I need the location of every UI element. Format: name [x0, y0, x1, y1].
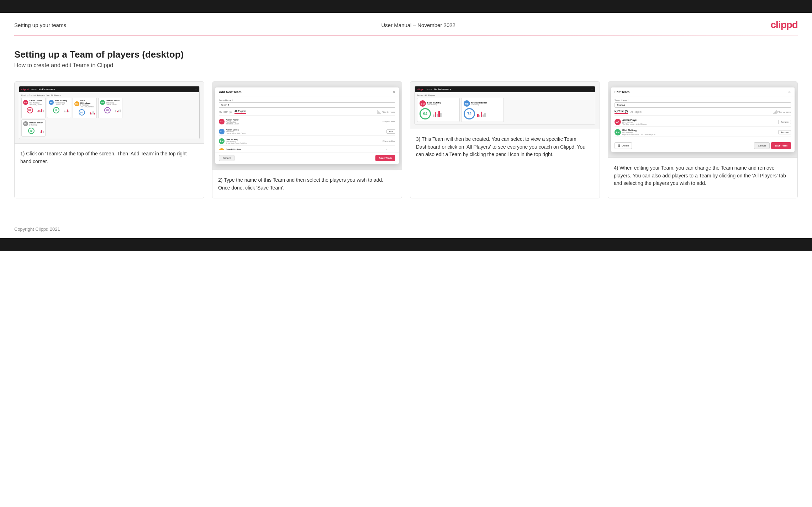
- player-av-2: AC: [219, 129, 225, 134]
- tab-my-team[interactable]: My Team (2): [219, 111, 232, 113]
- remove-player-btn-1[interactable]: Remove: [778, 120, 791, 124]
- mock-av-1: AP: [23, 100, 28, 105]
- mock-tav-1: BM: [420, 100, 426, 107]
- add-player-btn-4[interactable]: Add: [386, 149, 395, 150]
- mock-player-card-3: DB Dave Billingham 5 Handicap The Shire,…: [73, 98, 97, 118]
- edit-player-av-1: AP: [615, 119, 621, 125]
- mock-av-3: DB: [74, 101, 79, 106]
- copyright-text: Copyright Clippd 2021: [14, 226, 60, 232]
- card-4: Edit Team ✕ Team Name * Team A My Team (…: [608, 81, 798, 198]
- mock-tbars-1: [433, 111, 442, 117]
- card-4-screenshot: Edit Team ✕ Team Name * Team A My Team (…: [608, 82, 797, 158]
- edit-cancel-button[interactable]: Cancel: [754, 142, 770, 149]
- edit-player-info-1: AP Adrian Player Plus Handicap The Shire…: [615, 119, 647, 125]
- mock-tph-2: RB Richard Butler 2 Handicap: [464, 100, 501, 107]
- card-3-text: 3) This Team will then be created. You c…: [410, 129, 600, 198]
- edit-player-row-2: BM Blair McHarg Plus Handicap Royal Nort…: [615, 128, 791, 137]
- mock-tscore-1: 94: [420, 108, 431, 119]
- mock-nav-3: clippd Home My Performance ⋯: [415, 86, 595, 92]
- dialog-footer: Cancel Save Team: [215, 153, 399, 164]
- filter-label: ☐ Filter by name: [377, 110, 395, 114]
- player-list: AP Adrian Player Plus Handicap The Shire…: [219, 118, 395, 150]
- mock-team-dashboard: clippd Home My Performance ⋯ Teams · All…: [415, 86, 595, 124]
- dialog-tabs: My Team (2) All Players ☐ Filter by name: [219, 110, 395, 116]
- mock-tav-2: RB: [464, 100, 470, 107]
- mock-ph-2: AC Blair McHarg Plus Handicap Cliffside …: [49, 100, 69, 106]
- player-info-4: DB Dave Billingham 5 Handicap The Dog Ma…: [219, 148, 245, 150]
- page-content: Setting up a Team of players (desktop) H…: [0, 36, 812, 220]
- edit-save-team-button[interactable]: Save Team: [771, 142, 791, 149]
- cancel-button[interactable]: Cancel: [219, 155, 234, 161]
- card-2-text: 2) Type the name of this Team and then s…: [212, 170, 402, 198]
- team-name-input[interactable]: Team A: [219, 102, 395, 108]
- dialog-body: Team Name * Team A My Team (2) All Playe…: [215, 96, 399, 153]
- edit-player-row-1: AP Adrian Player Plus Handicap The Shire…: [615, 118, 791, 127]
- field-label: Team Name *: [219, 99, 395, 102]
- player-row-2: AC Adrian Coliba 1 Handicap Central Lond…: [219, 128, 395, 136]
- delete-button[interactable]: 🗑 Delete: [615, 142, 632, 149]
- edit-filter-label: ☐ Filter by name: [773, 110, 791, 114]
- player-av-4: DB: [219, 148, 225, 150]
- mock-player-card-4: BM Richard Butler 1 Handicap Central Lon…: [98, 98, 122, 118]
- player-status-3: Player Added: [383, 140, 395, 142]
- edit-tab-all-players[interactable]: All Players: [631, 111, 642, 113]
- player-name-3: Blair McHarg: [226, 138, 247, 141]
- trash-icon: 🗑: [618, 144, 621, 147]
- mock-edit-team-dialog: Edit Team ✕ Team Name * Team A My Team (…: [611, 87, 795, 152]
- header: Setting up your teams User Manual – Nove…: [0, 13, 812, 36]
- mock-bars-3: [90, 111, 95, 114]
- mock-logo-3: clippd: [417, 88, 425, 91]
- bottom-bar: [0, 238, 812, 251]
- mock-nav-home-3: Home: [427, 88, 432, 90]
- player-row-1: AP Adrian Player Plus Handicap The Shire…: [219, 118, 395, 126]
- player-av-3: BM: [219, 138, 225, 144]
- mock-pname-5: Richard Butler 2 Handicap: [29, 122, 43, 126]
- mock-nav-1: clippd Home My Performance ⋯: [19, 86, 199, 92]
- card-1-screenshot: clippd Home My Performance ⋯ Finding 5 o…: [15, 82, 204, 144]
- player-av-1: AP: [219, 119, 225, 124]
- header-left-label: Setting up your teams: [14, 22, 66, 28]
- mock-av-5: RB: [23, 121, 28, 126]
- mock-body-1: Finding 5 out of 4 players from All Play…: [19, 92, 199, 139]
- edit-dialog-tabs: My Team (2) All Players ☐ Filter by name: [615, 110, 791, 116]
- remove-player-btn-2[interactable]: Remove: [778, 130, 791, 134]
- mock-score-5: 72: [28, 128, 35, 134]
- mock-nav-teams: My Performance: [39, 88, 56, 90]
- player-info-2: AC Adrian Coliba 1 Handicap Central Lond…: [219, 129, 246, 135]
- edit-player-name-1: Adrian Player: [622, 119, 647, 122]
- header-center-label: User Manual – November 2022: [381, 22, 455, 28]
- mock-tscore-2: 72: [464, 108, 475, 119]
- card-2: Add New Team ✕ Team Name * Team A My Tea…: [212, 81, 402, 198]
- card-3-screenshot: clippd Home My Performance ⋯ Teams · All…: [410, 82, 600, 129]
- mock-tbars-2: [477, 111, 486, 117]
- mock-ph-5: RB Richard Butler 2 Handicap: [23, 121, 44, 126]
- mock-pname-4: Richard Butler 1 Handicap Central London: [106, 100, 120, 106]
- edit-player-list: AP Adrian Player Plus Handicap The Shire…: [615, 118, 791, 137]
- player-row-3: BM Blair McHarg Plus Handicap Royal Nort…: [219, 137, 395, 146]
- mock-subheading-3: Teams · All Players: [417, 94, 593, 96]
- mock-bars-5: [40, 129, 44, 133]
- edit-team-name-input[interactable]: Team A: [615, 102, 791, 108]
- mock-player-card-5: RB Richard Butler 2 Handicap 72: [21, 119, 46, 137]
- tab-all-players[interactable]: All Players: [234, 110, 246, 114]
- mock-team-card-2: RB Richard Butler 2 Handicap 72: [461, 98, 504, 122]
- player-name-2: Adrian Coliba: [226, 129, 246, 131]
- mock-player-card-1: AP Adrian Coliba Plus Handicap The Shire…: [21, 98, 46, 118]
- add-player-btn-2[interactable]: Add: [386, 129, 395, 134]
- mock-score-2: 0: [53, 107, 59, 113]
- edit-dialog-title: Edit Team: [615, 90, 629, 94]
- card-2-screenshot: Add New Team ✕ Team Name * Team A My Tea…: [212, 82, 402, 170]
- edit-tab-my-team[interactable]: My Team (2): [615, 110, 628, 114]
- mock-score-1: 84: [27, 107, 33, 113]
- player-row-4: DB Dave Billingham 5 Handicap The Dog Ma…: [219, 147, 395, 150]
- mock-team-card-1: BM Blair McHarg Plus Handicap 94: [417, 98, 460, 122]
- save-team-button[interactable]: Save Team: [375, 155, 395, 161]
- edit-player-av-2: BM: [615, 129, 621, 135]
- footer: Copyright Clippd 2021: [0, 220, 812, 238]
- mock-players-grid: AP Adrian Coliba Plus Handicap The Shire…: [21, 98, 197, 118]
- edit-close-icon[interactable]: ✕: [788, 90, 791, 94]
- mock-body-3: Teams · All Players BM Blair McHarg Plus…: [415, 92, 595, 124]
- card-3: clippd Home My Performance ⋯ Teams · All…: [410, 81, 600, 198]
- close-icon[interactable]: ✕: [392, 90, 395, 94]
- edit-field-label: Team Name *: [615, 99, 791, 102]
